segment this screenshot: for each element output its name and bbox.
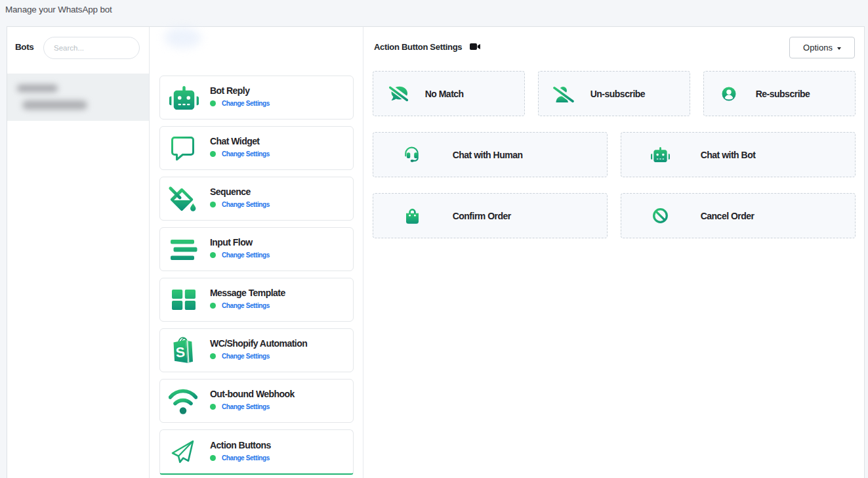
svg-text:S: S [175,344,186,360]
